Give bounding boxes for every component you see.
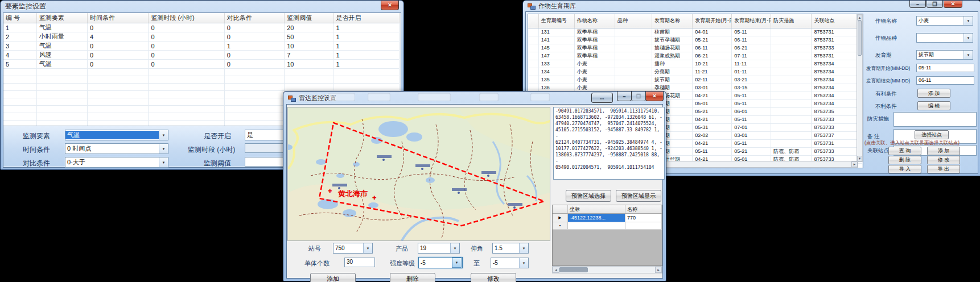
close-button[interactable]: ✕ — [381, 1, 399, 10]
chevron-down-icon[interactable]: ▼ — [519, 258, 528, 268]
table-row[interactable]: 2小时雨量400501 — [3, 32, 400, 42]
query-button[interactable]: 查 询 — [888, 147, 921, 155]
stage-end-input[interactable]: 06-11 — [916, 76, 974, 85]
scroll-right-icon[interactable]: ► — [851, 161, 858, 167]
area-select-button[interactable]: 预警区域选择 — [566, 190, 611, 202]
table-cell: 4 — [88, 32, 149, 42]
variety-combo[interactable]: ▼ — [916, 33, 973, 43]
column-header[interactable]: 发育期结束(月-日) — [732, 14, 771, 28]
table-row[interactable]: 131双季早稻秧苗期04-0105-118753731 — [528, 28, 863, 36]
table-row[interactable]: 133小麦播种10-2111-118753734 — [528, 60, 863, 68]
radar-modify-button[interactable]: 修改 — [471, 273, 516, 282]
column-header[interactable]: 作物名称 — [574, 14, 615, 28]
chevron-down-icon[interactable]: ▼ — [363, 243, 372, 253]
station-link-button[interactable]: 选择站点 — [915, 130, 949, 139]
column-header[interactable]: 时间条件 — [88, 13, 149, 23]
chevron-down-icon[interactable]: ▼ — [452, 258, 462, 268]
area-grid-new-row[interactable]: ▪ — [553, 222, 662, 230]
column-header[interactable]: 监测阈值 — [285, 13, 333, 23]
stage-combo[interactable]: 拔节期 ▼ — [916, 50, 973, 60]
maximize-button[interactable]: ❐ — [927, 1, 943, 8]
column-header[interactable]: 发育期名称 — [652, 14, 692, 28]
delete-button[interactable]: 删 除 — [888, 156, 921, 164]
chevron-down-icon[interactable]: ▼ — [963, 51, 973, 59]
export-button[interactable]: 导 出 — [927, 165, 960, 173]
add-button[interactable]: 添 加 — [927, 147, 960, 155]
scroll-right-icon[interactable]: ► — [655, 267, 662, 273]
area-name-cell[interactable]: 770 — [625, 214, 662, 222]
to-combo[interactable]: -5 ▼ — [491, 258, 529, 268]
table-row[interactable]: 141双季早稻拔节孕穗期05-2106-118753731 — [528, 36, 863, 44]
minimize-button[interactable]: – — [617, 92, 632, 101]
table-cell: 05-01 — [693, 99, 732, 107]
column-header[interactable]: 发育期开始(月-日) — [693, 14, 732, 28]
import-button[interactable]: 导 入 — [888, 165, 921, 173]
area-grid[interactable]: 坐标 名称 ▶ -45122.12238... 770 ▪ — [552, 205, 662, 266]
product-combo[interactable]: 19 ▼ — [418, 243, 460, 254]
table-row[interactable]: 147双季早稻灌浆成熟期06-2107-118753731 — [528, 52, 863, 60]
map-view[interactable]: 黄北海市 ✚ ✚ — [287, 107, 550, 241]
chevron-down-icon[interactable]: ▼ — [963, 34, 973, 42]
chevron-down-icon[interactable]: ▼ — [159, 130, 168, 140]
area-display-button[interactable]: 预警区域显示 — [616, 190, 661, 202]
column-header[interactable]: 编 号 — [3, 13, 36, 23]
table-cell: 0 — [88, 51, 149, 60]
area-grid-hscroll[interactable]: ◄ ► — [552, 266, 662, 273]
close-button[interactable]: ✕ — [645, 92, 664, 101]
column-header[interactable]: 监测要素 — [36, 13, 87, 23]
crop-name-combo[interactable]: 小麦 ▼ — [916, 16, 973, 26]
favorable-edit-button[interactable]: 添 加 — [917, 89, 950, 98]
chevron-down-icon[interactable]: ▼ — [450, 243, 459, 253]
area-grid-row[interactable]: ▶ -45122.12238... 770 — [553, 214, 662, 222]
modify-button[interactable]: 修 改 — [927, 156, 960, 164]
element-combo[interactable]: 气温 ▼ — [65, 130, 168, 140]
area-coord-cell[interactable]: -45122.12238... — [568, 214, 625, 222]
table-row[interactable]: 4风速00071 — [3, 51, 400, 60]
intensity-combo[interactable]: -5 ▼ — [418, 257, 463, 268]
table-cell: 8753731 — [812, 52, 863, 60]
table-row[interactable]: 145双季早稻抽穗扬花期06-1106-218753733 — [528, 44, 863, 52]
compare-combo[interactable]: 0-大于 ▼ — [65, 157, 168, 168]
radar-add-button[interactable]: 添加 — [310, 273, 356, 282]
scroll-left-icon[interactable]: ◄ — [553, 267, 559, 273]
column-header[interactable]: 是否开启 — [333, 13, 399, 23]
adverse-edit-button[interactable]: 编 辑 — [917, 101, 950, 110]
chevron-down-icon[interactable]: ▼ — [159, 157, 168, 167]
table-row[interactable]: 135小麦拔节期02-1103-218753734 — [528, 76, 863, 84]
crop-table-vscroll[interactable]: ▲ ▼ — [857, 14, 863, 162]
table-cell: 气温 — [36, 23, 87, 32]
table-row[interactable] — [3, 84, 400, 91]
coords-textarea[interactable]: -90491.0172034571, 905914.1131175410, 63… — [553, 107, 665, 180]
column-header[interactable]: 关联站点 — [812, 14, 863, 28]
scroll-up-icon[interactable]: ▲ — [857, 15, 862, 20]
measures-textarea[interactable] — [893, 112, 977, 127]
column-header[interactable]: 对比条件 — [224, 13, 284, 23]
table-row[interactable] — [3, 76, 400, 84]
column-header[interactable]: 监测时段 (小时) — [149, 13, 224, 23]
column-header[interactable]: 生育期编号 — [538, 14, 574, 28]
table-row[interactable]: 1气温000201 — [3, 23, 400, 32]
table-row[interactable]: 134小麦分蘖期11-2101-118753734 — [528, 68, 863, 76]
table-row[interactable]: 5气温000101 — [3, 60, 400, 69]
close-button[interactable]: ✕ — [944, 1, 962, 8]
column-header[interactable]: 品种 — [615, 14, 652, 28]
table-row[interactable]: 136小麦孕穗期03-0103-158753734 — [528, 84, 863, 92]
minimize-button[interactable]: – — [909, 1, 926, 8]
time-combo[interactable]: 0 时间点 ▼ — [65, 143, 168, 154]
stage-start-input[interactable]: 05-11 — [916, 64, 974, 72]
radar-station-combo[interactable]: 750 ▼ — [333, 243, 373, 254]
radar-delete-button[interactable]: 删除 — [390, 273, 435, 282]
table-row[interactable] — [3, 69, 400, 76]
swap-button[interactable]: ⇔ — [591, 93, 613, 103]
table-cell — [36, 106, 87, 113]
chevron-down-icon[interactable]: ▼ — [159, 144, 168, 154]
cell-count-input[interactable]: 30 — [344, 258, 375, 267]
column-header[interactable]: 防灾措施 — [771, 14, 812, 28]
elevation-combo[interactable]: 1.5 ▼ — [492, 243, 529, 254]
titlebar-element-monitor[interactable]: 要素监控设置 — [1, 1, 403, 13]
chevron-down-icon[interactable]: ▼ — [519, 243, 528, 253]
chevron-down-icon[interactable]: ▼ — [963, 16, 973, 25]
table-row[interactable]: 3气温001101 — [3, 42, 400, 51]
column-header[interactable] — [528, 14, 538, 28]
maximize-button[interactable]: ❐ — [631, 92, 646, 101]
